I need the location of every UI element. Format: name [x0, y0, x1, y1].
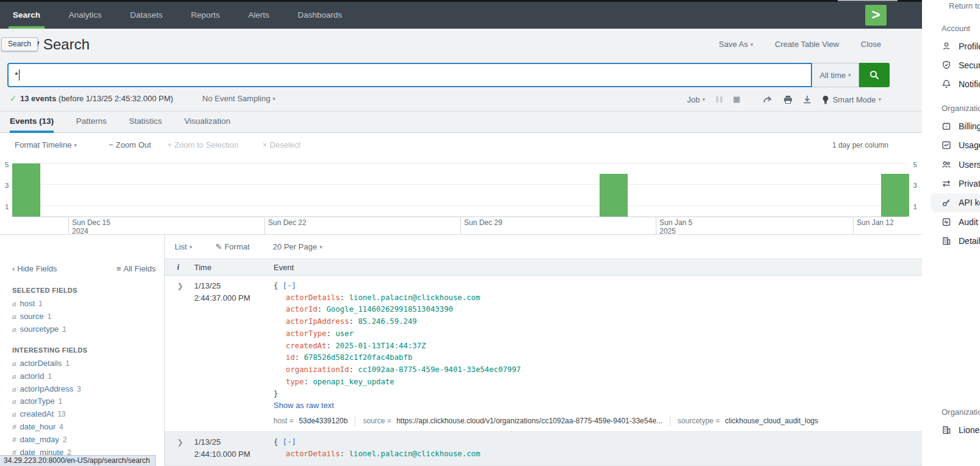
check-icon: ✓	[10, 94, 16, 103]
list-icon: ≡	[117, 264, 122, 273]
x-axis-tick: Sun Jan 12	[853, 218, 854, 234]
time-column-header: Time	[194, 263, 274, 272]
nav-item-search[interactable]: Search	[0, 2, 53, 29]
lightbulb-icon	[822, 95, 829, 104]
meta-sourcetype[interactable]: sourcetype = clickhouse_cloud_audit_logs	[678, 417, 818, 425]
events-timeline-chart[interactable]: 5 3 1 5 3 1 Sun Dec 152024 Sun Dec 22 Su…	[0, 157, 922, 235]
search-button[interactable]	[859, 63, 890, 87]
x-axis-tick: Sun Dec 152024	[68, 218, 69, 234]
stop-button[interactable]	[733, 96, 740, 103]
field-count: 1	[65, 359, 70, 368]
job-menu[interactable]: Job▾	[687, 95, 705, 104]
title-bar: New Search Search Save As▾ Create Table …	[0, 29, 922, 63]
field-type: a	[12, 312, 16, 321]
tab-statistics[interactable]: Statistics	[129, 112, 162, 133]
tab-patterns[interactable]: Patterns	[76, 112, 106, 133]
users-icon	[942, 160, 951, 170]
sidebar-item-notifications[interactable]: Notifications	[922, 75, 980, 94]
meta-source[interactable]: source = https://api.clickhouse.cloud/v1…	[363, 417, 662, 425]
timeline-bar[interactable]	[600, 174, 628, 217]
expand-chevron-icon[interactable]: ❯	[177, 282, 183, 290]
collapse-json-link[interactable]: [-]	[283, 437, 296, 446]
item-label: Private endpoints	[959, 179, 980, 188]
return-to-link[interactable]: Return to	[949, 1, 980, 10]
nav-item-dashboards[interactable]: Dashboards	[285, 2, 355, 29]
create-table-view-button[interactable]: Create Table View	[775, 40, 839, 49]
field-source[interactable]: asource1	[12, 310, 161, 323]
events-list: List▾ ✎Format 20 Per Page▾ i Time Event …	[165, 235, 922, 466]
plus-icon: +	[167, 140, 172, 149]
zoom-to-selection-button[interactable]: +Zoom to Selection	[167, 140, 238, 149]
meta-host[interactable]: host = 53de4339120b	[274, 417, 347, 425]
nav-item-alerts[interactable]: Alerts	[235, 2, 282, 29]
item-label: Audit	[959, 217, 978, 227]
text-cursor	[19, 70, 20, 81]
field-actorIpAddress[interactable]: aactorIpAddress3	[12, 383, 161, 396]
event-column-header: Event	[274, 263, 922, 272]
field-date_mday[interactable]: #date_mday2	[12, 434, 161, 446]
print-button[interactable]	[783, 95, 793, 104]
timeline-bar[interactable]	[881, 174, 909, 217]
app-navbar: Search Analytics Datasets Reports Alerts…	[0, 2, 922, 29]
tab-visualization[interactable]: Visualization	[184, 112, 231, 133]
list-view-menu[interactable]: List▾	[175, 242, 192, 251]
timeline-bar[interactable]	[12, 163, 40, 217]
sidebar-item-organization-lionel[interactable]: Lionel	[922, 420, 980, 439]
field-count: 4	[59, 423, 64, 431]
caret-down-icon: ▾	[319, 244, 322, 250]
show-raw-text-link[interactable]: Show as raw text	[274, 401, 922, 410]
event-sampling-menu[interactable]: No Event Sampling▾	[202, 94, 275, 103]
sidebar-item-audit[interactable]: Audit	[922, 212, 980, 231]
sidebar-item-private-endpoints[interactable]: Private endpoints	[922, 174, 980, 193]
interesting-fields-title: INTERESTING FIELDS	[12, 346, 87, 354]
sidebar-item-api-keys[interactable]: API keys	[931, 193, 980, 212]
save-as-button[interactable]: Save As▾	[719, 40, 753, 49]
field-actorId[interactable]: aactorId1	[12, 370, 161, 383]
sidebar-item-profile[interactable]: Profile	[922, 37, 980, 56]
bell-icon	[942, 79, 951, 89]
all-fields-button[interactable]: ≡All Fields	[117, 264, 156, 273]
sidebar-item-billing[interactable]: Billing	[922, 116, 980, 135]
chart-plot-area	[12, 157, 907, 217]
download-icon	[803, 95, 811, 104]
sidebar-item-security[interactable]: Security	[922, 56, 980, 74]
sidebar-item-details[interactable]: Details	[922, 232, 980, 251]
splunk-logo-icon[interactable]: >	[865, 5, 887, 26]
search-query-input[interactable]: *	[7, 63, 812, 87]
field-type: a	[12, 396, 16, 406]
format-timeline-menu[interactable]: Format Timeline▾	[15, 140, 77, 149]
collapse-json-link[interactable]: [-]	[283, 281, 296, 290]
nav-item-reports[interactable]: Reports	[178, 2, 233, 29]
building-icon	[942, 425, 951, 435]
field-name: actorType	[20, 396, 55, 406]
nav-label: Analytics	[68, 10, 101, 20]
deselect-button[interactable]: ×Deselect	[263, 140, 300, 149]
expand-chevron-icon[interactable]: ❯	[177, 438, 183, 446]
item-label: Details	[959, 236, 980, 246]
nav-item-datasets[interactable]: Datasets	[117, 2, 175, 29]
caret-down-icon: ▾	[74, 142, 77, 148]
smart-mode-menu[interactable]: Smart Mode▾	[822, 95, 881, 104]
field-date_hour[interactable]: #date_hour4	[12, 421, 161, 434]
sidebar-item-usage[interactable]: Usage	[922, 136, 980, 155]
hide-fields-button[interactable]: ‹Hide Fields	[12, 264, 57, 273]
field-createdAt[interactable]: acreatedAt13	[12, 408, 161, 421]
field-actorDetails[interactable]: aactorDetails1	[12, 357, 161, 370]
field-host[interactable]: ahost1	[12, 298, 161, 310]
hide-fields-label: Hide Fields	[17, 264, 57, 273]
zoom-out-button[interactable]: −Zoom Out	[109, 140, 151, 149]
nav-item-analytics[interactable]: Analytics	[56, 2, 114, 29]
event-meta: host = 53de4339120b source = https://api…	[274, 416, 922, 426]
share-button[interactable]	[763, 95, 773, 104]
sidebar-item-users[interactable]: Users	[922, 155, 980, 174]
close-button[interactable]: Close	[861, 40, 881, 49]
per-page-menu[interactable]: 20 Per Page▾	[273, 242, 322, 251]
export-button[interactable]	[803, 95, 811, 104]
field-sourcetype[interactable]: asourcetype1	[12, 323, 161, 336]
pause-button[interactable]	[716, 96, 723, 103]
field-actorType[interactable]: aactorType1	[12, 395, 161, 408]
event-row: ❯ 1/13/25 2:44:37.000 PM { [-] actorDeta…	[165, 276, 922, 432]
tab-events[interactable]: Events (13)	[10, 112, 54, 133]
time-range-picker[interactable]: All time▾	[812, 63, 859, 87]
format-results-button[interactable]: ✎Format	[216, 242, 250, 251]
